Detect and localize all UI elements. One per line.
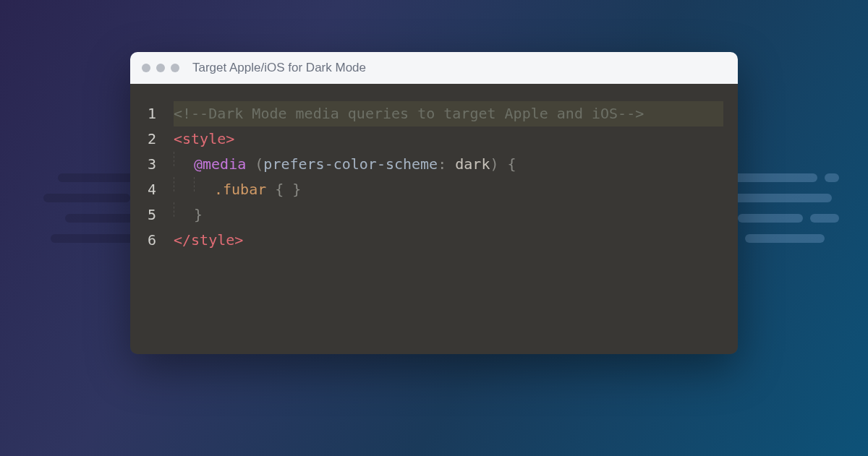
brace-token: } xyxy=(194,206,203,223)
open-tag-token: <style> xyxy=(174,130,234,147)
editor-window: Target Apple/iOS for Dark Mode 1 <!--Dar… xyxy=(130,52,738,354)
comment-token: <!--Dark Mode media queries to target Ap… xyxy=(174,105,644,122)
property-token: prefers-color-scheme xyxy=(263,155,438,173)
line-number: 1 xyxy=(145,101,174,126)
code-line-5: 5 } xyxy=(145,202,723,228)
window-title: Target Apple/iOS for Dark Mode xyxy=(192,61,366,75)
punctuation-token: ) xyxy=(490,155,498,173)
code-line-1: 1 <!--Dark Mode media queries to target … xyxy=(145,101,723,126)
line-number: 5 xyxy=(145,202,174,228)
code-line-3: 3 @media (prefers-color-scheme: dark) { xyxy=(145,152,723,177)
code-line-6: 6 </style> xyxy=(145,228,723,253)
line-number: 6 xyxy=(145,228,174,253)
window-titlebar: Target Apple/iOS for Dark Mode xyxy=(130,52,738,84)
selector-token: .fubar xyxy=(214,181,266,198)
line-number: 2 xyxy=(145,126,174,152)
code-line-4: 4 .fubar { } xyxy=(145,177,723,202)
code-line-2: 2 <style> xyxy=(145,126,723,152)
minimize-icon[interactable] xyxy=(156,64,165,72)
maximize-icon[interactable] xyxy=(171,64,179,72)
brace-token: { } xyxy=(266,181,301,198)
close-tag-token: </style> xyxy=(174,231,243,249)
punctuation-token: : xyxy=(438,155,446,173)
code-editor[interactable]: 1 <!--Dark Mode media queries to target … xyxy=(130,84,738,354)
traffic-lights xyxy=(142,64,179,72)
line-number: 3 xyxy=(145,152,174,177)
brace-token: { xyxy=(498,155,516,173)
line-number: 4 xyxy=(145,177,174,202)
punctuation-token: ( xyxy=(255,155,263,173)
value-token: dark xyxy=(446,155,490,173)
at-rule-token: @media xyxy=(194,155,246,173)
close-icon[interactable] xyxy=(142,64,150,72)
